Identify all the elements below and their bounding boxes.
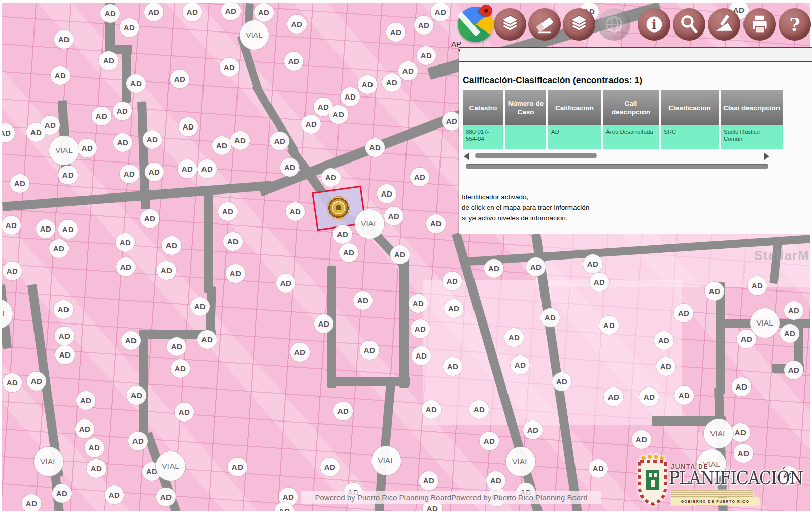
road-segment [204,189,213,293]
result-row[interactable]: 380 017-554-04ADÁrea DesarrolladaSRCSuel… [463,125,783,149]
map-label-ad: AD [100,4,120,23]
column-header: Número de Caso [505,90,546,125]
column-header: Cali descripcion [603,90,659,125]
map-label-ad: AD [552,372,571,391]
scrollbar-thumb[interactable] [475,153,597,158]
map-label-ad: AD [486,471,505,490]
map-label-ad: AD [390,245,410,264]
gis-map-viewer: { "colors":{"icon_maroon":"#9d5a5a","map… [0,0,812,518]
map-label-ad: AD [3,262,22,280]
search-icon[interactable] [673,8,705,41]
map-label-ad: AD [270,132,289,150]
globe-disabled-icon[interactable] [598,8,630,41]
map-label-ad: AD [417,46,436,65]
map-label-ad: AD [287,15,307,34]
map-label-ad: AD [10,174,29,193]
map-label-ad: AD [412,346,431,365]
column-header: Calificacion [548,90,601,125]
map-label-vial: VIAL [156,451,185,481]
map-label-ad: AD [639,387,659,406]
logo-sub-text: GOBIERNO DE PUERTO RICO [671,498,759,505]
map-label-ad: AD [178,159,197,178]
map-label-ad: AD [162,236,181,255]
map-label-ad: AD [732,377,751,396]
panel-slider-bar[interactable] [466,164,768,169]
logo-main-text: PLANIFICACIÓN [669,467,803,489]
google-maps-icon[interactable] [458,7,493,42]
planning-board-logo: JUNTA DE PLANIFICACIÓN GOBIERNO DE PUERT… [637,451,810,511]
map-label-ad: AD [183,3,202,21]
result-cell: Suelo Rústico Común [721,125,783,149]
map-label-ad: AD [674,304,693,322]
map-label-ad: AD [674,386,694,405]
map-label-ad: AD [526,257,546,276]
map-label-ad: AD [314,314,333,333]
map-label-ad: AD [353,291,373,310]
map-label-ad: AD [280,158,299,177]
column-header: Catastro [463,90,503,125]
results-table-header-row: CatastroNúmero de CasoCalificacionCali d… [463,90,783,125]
basemap-layers-icon[interactable] [494,8,526,41]
layers-icon[interactable] [563,8,595,41]
map-label-ad: AD [228,458,247,476]
map-label-ad: AD [78,139,97,157]
measure-draw-icon[interactable] [708,8,740,41]
column-header: Clasificacion [661,90,719,125]
map-label-ad: AD [276,274,295,293]
map-label-ad: AD [190,297,210,316]
map-label-ad: AD [179,117,198,136]
layer-filter-label: AP [451,40,461,48]
road-segment [399,258,409,388]
panel-header-strip [459,48,812,62]
table-horizontal-scrollbar[interactable] [463,152,769,160]
map-label-ad: AD [780,324,799,343]
status-line: de click en el mapa para traer informaci… [462,202,812,213]
map-label-ad: AD [126,74,146,93]
map-label-ad: AD [121,331,141,350]
map-label-ad: AD [409,294,428,313]
road-segment [327,377,410,386]
map-label-ad: AD [230,131,250,150]
clear-eraser-icon[interactable] [528,8,561,41]
map-label-ad: AD [55,345,75,364]
svg-text:i: i [652,17,656,32]
map-label-ad: AD [329,105,348,124]
map-label-ad: AD [92,107,111,125]
attribution-text: Powered by Puerto Rico Planning BoardPow… [315,493,588,502]
map-label-ad: AD [116,257,136,276]
map-label-ad: AD [156,488,176,506]
map-label-ad: AD [656,357,675,376]
map-label-ad: AD [599,316,619,335]
result-cell: 380 017-554-04 [463,125,503,149]
map-label-ad: AD [55,327,74,345]
map-label-vial: VIAL [506,447,535,476]
map-label-ad: AD [444,299,463,318]
map-label-ad: AD [105,485,124,504]
map-label-ad: AD [333,225,352,244]
map-label-ad: AD [145,163,164,181]
layer-filter-dropdown[interactable]: AP ▾ [451,40,461,48]
map-label-ad: AD [76,391,95,410]
map-label-ad: AD [339,243,358,262]
map-label-ad: AD [358,75,377,94]
map-label-ad: AD [411,319,430,338]
map-label-ad: AD [26,123,46,142]
map-label-ad: AD [3,373,22,392]
map-label-ad: AD [223,232,243,251]
result-cell: SRC [661,125,719,149]
print-icon[interactable] [743,8,776,41]
scroll-right-arrow-icon[interactable] [764,153,769,160]
map-label-ad: AD [360,341,379,360]
help-icon[interactable]: ? [779,8,811,41]
map-label-ad: AD [443,357,462,376]
results-table-body: 380 017-554-04ADÁrea DesarrolladaSRCSuel… [463,125,783,149]
map-label-ad: AD [36,219,55,238]
map-label-ad: AD [484,259,503,278]
identify-info-icon[interactable]: i [638,8,670,41]
map-label-ad: AD [127,386,146,405]
map-label-ad: AD [469,400,489,419]
map-label-vial: VIAL [371,446,401,475]
map-label-vial: VIAL [750,308,780,338]
scroll-left-arrow-icon[interactable] [464,153,469,160]
map-label-ad: AD [480,432,499,450]
